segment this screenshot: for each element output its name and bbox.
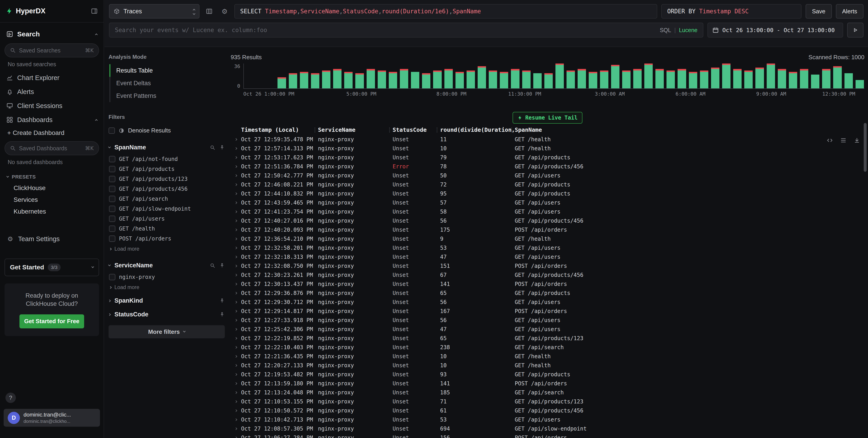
- histogram-bar[interactable]: [300, 64, 308, 88]
- event-search-input[interactable]: [115, 27, 656, 33]
- histogram-bar[interactable]: [367, 64, 375, 88]
- histogram-bar[interactable]: [533, 64, 541, 88]
- run-query-button[interactable]: [847, 23, 864, 37]
- histogram-bar[interactable]: [644, 64, 653, 88]
- columns-settings-button[interactable]: [204, 6, 215, 17]
- facet-search-icon[interactable]: [210, 263, 215, 268]
- row-expand-button[interactable]: [231, 392, 241, 394]
- event-search-wrap[interactable]: SQL | Lucene: [109, 23, 703, 37]
- query-settings-button[interactable]: ⚙: [219, 6, 230, 17]
- row-expand-button[interactable]: [231, 193, 241, 195]
- table-row[interactable]: Oct 27 12:44:10.832 PMnginx-proxyUnset95…: [231, 189, 864, 198]
- histogram-bar[interactable]: [822, 64, 831, 88]
- facet-option[interactable]: GET /api/users: [108, 214, 225, 224]
- facet-option[interactable]: GET /api/not-found: [108, 154, 225, 164]
- brand[interactable]: HyperDX: [6, 7, 45, 15]
- histogram-bar[interactable]: [422, 64, 430, 88]
- saved-dashboards-input[interactable]: [19, 145, 82, 151]
- table-row[interactable]: Oct 27 12:36:54.210 PMnginx-proxyUnset9G…: [231, 234, 864, 243]
- histogram-bar[interactable]: [689, 64, 697, 88]
- table-row[interactable]: Oct 27 12:30:23.261 PMnginx-proxyUnset67…: [231, 271, 864, 279]
- histogram-bar[interactable]: [611, 64, 619, 88]
- table-row[interactable]: Oct 27 12:57:14.313 PMnginx-proxyUnset10…: [231, 144, 864, 153]
- denoise-checkbox[interactable]: [108, 128, 115, 134]
- facet-checkbox[interactable]: [109, 176, 115, 182]
- histogram-bar[interactable]: [700, 64, 708, 88]
- facet-option[interactable]: GET /api/slow-endpoint: [108, 204, 225, 214]
- nav-team-settings[interactable]: ⚙ Team Settings: [4, 232, 99, 246]
- histogram-bar[interactable]: [467, 64, 475, 88]
- row-expand-button[interactable]: [231, 419, 241, 420]
- more-filters-button[interactable]: More filters: [108, 325, 225, 338]
- histogram-bar[interactable]: [844, 64, 853, 88]
- histogram-bar[interactable]: [833, 64, 841, 88]
- table-row[interactable]: Oct 27 12:22:19.852 PMnginx-proxyUnset65…: [231, 334, 864, 343]
- histogram-bar[interactable]: [489, 64, 497, 88]
- preset-services[interactable]: Services: [4, 194, 99, 206]
- histogram-bar[interactable]: [378, 64, 386, 88]
- row-expand-button[interactable]: [231, 356, 241, 357]
- histogram-bar[interactable]: [267, 64, 275, 88]
- analysis-mode-results-table[interactable]: Results Table: [110, 64, 225, 77]
- table-row[interactable]: Oct 27 12:10:50.572 PMnginx-proxyUnset61…: [231, 406, 864, 415]
- row-expand-button[interactable]: [231, 437, 241, 438]
- histogram-bar[interactable]: [478, 64, 486, 88]
- col-header-spanname[interactable]: SpanName: [515, 127, 864, 133]
- histogram-bar[interactable]: [767, 64, 775, 88]
- chevron-up-icon[interactable]: [95, 33, 97, 36]
- histogram-bar[interactable]: [666, 64, 675, 88]
- row-expand-button[interactable]: [231, 374, 241, 375]
- table-row[interactable]: Oct 27 12:08:57.305 PMnginx-proxyUnset69…: [231, 424, 864, 433]
- sql-query-editor[interactable]: SELECT Timestamp,ServiceName,StatusCode,…: [234, 4, 657, 19]
- histogram-bar[interactable]: [289, 64, 297, 88]
- facet-group-spankind-header[interactable]: SpanKind: [108, 297, 225, 304]
- histogram-bar[interactable]: [433, 64, 441, 88]
- alerts-button[interactable]: Alerts: [836, 4, 864, 19]
- preset-kubernetes[interactable]: Kubernetes: [4, 206, 99, 217]
- histogram-bar[interactable]: [355, 64, 364, 88]
- histogram-bar[interactable]: [244, 64, 253, 88]
- table-row[interactable]: Oct 27 12:06:27.284 PMnginx-proxyUnset15…: [231, 433, 864, 438]
- histogram-bar[interactable]: [744, 64, 753, 88]
- code-view-icon[interactable]: [827, 137, 833, 144]
- facet-option[interactable]: GET /api/products: [108, 164, 225, 174]
- table-row[interactable]: Oct 27 12:53:17.623 PMnginx-proxyUnset79…: [231, 153, 864, 162]
- collapse-sidebar-icon[interactable]: [91, 8, 98, 14]
- facet-checkbox[interactable]: [109, 186, 115, 192]
- table-row[interactable]: Oct 27 12:21:36.435 PMnginx-proxyUnset10…: [231, 352, 864, 361]
- histogram-bar[interactable]: [711, 64, 719, 88]
- row-expand-button[interactable]: [231, 337, 241, 339]
- table-row[interactable]: Oct 27 12:30:13.437 PMnginx-proxyUnset14…: [231, 279, 864, 289]
- presets-toggle[interactable]: PRESETS: [4, 169, 99, 182]
- pin-icon[interactable]: [219, 263, 225, 268]
- histogram-bar[interactable]: [778, 64, 786, 88]
- nav-dashboards[interactable]: Dashboards: [4, 113, 99, 127]
- table-row[interactable]: Oct 27 12:46:08.221 PMnginx-proxyUnset72…: [231, 180, 864, 189]
- row-expand-button[interactable]: [231, 229, 241, 231]
- facet-group-spanname-header[interactable]: SpanName: [108, 144, 225, 151]
- denoise-results-option[interactable]: Denoise Results: [108, 127, 225, 134]
- table-row[interactable]: Oct 27 12:20:27.133 PMnginx-proxyUnset10…: [231, 361, 864, 370]
- facet-checkbox[interactable]: [109, 206, 115, 212]
- nav-alerts[interactable]: Alerts: [4, 85, 99, 99]
- histogram-bar[interactable]: [511, 64, 519, 88]
- table-row[interactable]: Oct 27 12:32:18.313 PMnginx-proxyUnset47…: [231, 252, 864, 262]
- histogram-bar[interactable]: [589, 64, 597, 88]
- table-row[interactable]: Oct 27 12:41:23.754 PMnginx-proxyUnset58…: [231, 207, 864, 216]
- table-row[interactable]: Oct 27 12:32:58.201 PMnginx-proxyUnset53…: [231, 243, 864, 252]
- row-expand-button[interactable]: [231, 328, 241, 330]
- histogram-bar[interactable]: [522, 64, 531, 88]
- table-row[interactable]: Oct 27 12:43:59.465 PMnginx-proxyUnset57…: [231, 198, 864, 207]
- facet-checkbox[interactable]: [109, 156, 115, 162]
- servicename-load-more[interactable]: Load more: [108, 284, 225, 291]
- histogram-bar[interactable]: [545, 64, 553, 88]
- download-icon[interactable]: [854, 137, 860, 144]
- facet-option[interactable]: nginx-proxy: [108, 272, 225, 282]
- nav-search[interactable]: Search: [4, 27, 99, 41]
- col-header-duration[interactable]: round(divide(Duration,: [440, 127, 515, 133]
- histogram-bar[interactable]: [856, 64, 864, 88]
- facet-group-statuscode-header[interactable]: StatusCode: [108, 311, 225, 318]
- facet-option[interactable]: GET /api/products/123: [108, 174, 225, 184]
- histogram-bar[interactable]: [456, 64, 464, 88]
- histogram-bar[interactable]: [400, 64, 408, 88]
